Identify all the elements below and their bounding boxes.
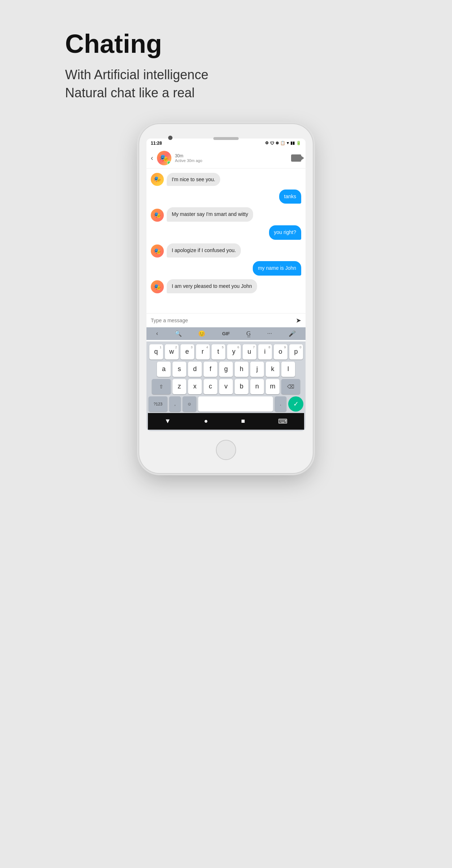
message-bubble: tanks bbox=[279, 190, 301, 204]
phone-camera bbox=[168, 136, 172, 140]
space-key[interactable] bbox=[198, 396, 273, 412]
battery-icon: 🔋 bbox=[296, 141, 301, 145]
chat-time-ago: 30m bbox=[175, 153, 291, 158]
key-v[interactable]: v bbox=[219, 379, 233, 394]
page-title: Chating bbox=[65, 29, 162, 59]
message-input[interactable] bbox=[151, 318, 296, 323]
bot-avatar: 🎭 bbox=[151, 280, 164, 293]
message-bubble: I'm nice to see you. bbox=[167, 173, 220, 186]
key-i[interactable]: 8i bbox=[258, 344, 272, 359]
backspace-key[interactable]: ⌫ bbox=[281, 379, 300, 394]
signal-icon: ▮▮ bbox=[290, 141, 295, 145]
phone-bottom bbox=[146, 431, 306, 466]
video-call-button[interactable] bbox=[291, 154, 301, 162]
num-switch-key[interactable]: ?123 bbox=[149, 396, 167, 412]
bot-avatar: 🎭 bbox=[151, 209, 164, 222]
circle-icon: ⊗ bbox=[276, 141, 279, 145]
key-t[interactable]: 5t bbox=[212, 344, 225, 359]
key-y[interactable]: 6y bbox=[227, 344, 241, 359]
keyboard-row-2: a s d f g h j k l bbox=[148, 362, 304, 377]
keyboard-more-icon[interactable]: ··· bbox=[267, 330, 272, 337]
keyboard-gif-button[interactable]: GIF bbox=[222, 331, 230, 336]
keyboard-translate-icon[interactable]: G̲ bbox=[246, 330, 251, 337]
key-f[interactable]: f bbox=[204, 362, 217, 377]
message-bubble: you right? bbox=[269, 225, 301, 240]
keyboard-row-1: 1q 2w 3e 4r 5t 6y 7u 8i 9o 0p bbox=[148, 344, 304, 359]
message-row: 🎭 I apologize if I confused you. bbox=[151, 243, 301, 258]
bot-avatar: 🎭 bbox=[151, 173, 164, 186]
key-h[interactable]: h bbox=[235, 362, 248, 377]
settings-icon: ⚙ bbox=[265, 141, 269, 145]
back-button[interactable]: ‹ bbox=[151, 154, 153, 162]
phone-shell: 11:28 ⚙ 🛡 ⊗ 📋 ▾ ▮▮ 🔋 ‹ 🎭 30m Active 30m … bbox=[139, 124, 313, 473]
chat-messages: 🎭 I'm nice to see you. tanks 🎭 My master… bbox=[146, 169, 306, 313]
key-k[interactable]: k bbox=[266, 362, 280, 377]
keyboard-bottom-row: ?123 , ☺ . ✓ bbox=[148, 396, 304, 412]
nav-home-icon[interactable]: ● bbox=[204, 417, 208, 425]
keyboard-toolbar: ‹ 🔍 😊 GIF G̲ ··· 🎤 bbox=[146, 327, 306, 340]
keyboard-mic-icon[interactable]: 🎤 bbox=[289, 330, 296, 337]
send-button[interactable]: ➤ bbox=[296, 316, 301, 324]
page-subtitle: With Artificial intelligence Natural cha… bbox=[65, 66, 208, 102]
key-z[interactable]: z bbox=[172, 379, 186, 394]
key-m[interactable]: m bbox=[266, 379, 280, 394]
keyboard: 1q 2w 3e 4r 5t 6y 7u 8i 9o 0p a s d f g … bbox=[146, 341, 306, 431]
message-bubble: I apologize if I confused you. bbox=[167, 243, 241, 258]
period-key[interactable]: . bbox=[275, 396, 286, 412]
status-time: 11:28 bbox=[151, 141, 162, 146]
chat-header: ‹ 🎭 30m Active 30m ago bbox=[146, 148, 306, 169]
message-bubble: I am very pleased to meet you John bbox=[167, 279, 257, 294]
chat-info: 30m Active 30m ago bbox=[175, 153, 291, 163]
keyboard-row-3: ⇧ z x c v b n m ⌫ bbox=[148, 379, 304, 394]
key-l[interactable]: l bbox=[281, 362, 295, 377]
active-indicator bbox=[167, 161, 171, 165]
comma-key[interactable]: , bbox=[169, 396, 181, 412]
keyboard-back-icon[interactable]: ‹ bbox=[156, 330, 158, 337]
nav-keyboard-icon[interactable]: ⌨ bbox=[278, 417, 287, 425]
key-x[interactable]: x bbox=[188, 379, 202, 394]
shield-icon: 🛡 bbox=[270, 141, 274, 145]
phone-speaker bbox=[213, 137, 239, 140]
wifi-icon: ▾ bbox=[287, 141, 289, 145]
message-row: 🎭 I am very pleased to meet you John bbox=[151, 279, 301, 294]
message-row: you right? bbox=[151, 225, 301, 240]
keyboard-search-icon[interactable]: 🔍 bbox=[175, 330, 182, 337]
chat-input-area: ➤ bbox=[146, 313, 306, 327]
shift-key[interactable]: ⇧ bbox=[152, 379, 171, 394]
bot-avatar: 🎭 bbox=[151, 244, 164, 258]
clipboard-icon: 📋 bbox=[280, 141, 285, 145]
message-row: my name is John bbox=[151, 261, 301, 276]
key-b[interactable]: b bbox=[235, 379, 248, 394]
emoji-key[interactable]: ☺ bbox=[183, 396, 196, 412]
status-icons: ⚙ 🛡 ⊗ 📋 ▾ ▮▮ 🔋 bbox=[265, 141, 301, 145]
nav-back-icon[interactable]: ▼ bbox=[165, 417, 171, 425]
message-bubble: My master say I'm smart and witty bbox=[167, 207, 253, 222]
message-row: 🎭 I'm nice to see you. bbox=[151, 173, 301, 186]
nav-recent-icon[interactable]: ■ bbox=[241, 417, 245, 425]
key-d[interactable]: d bbox=[188, 362, 202, 377]
message-row: tanks bbox=[151, 190, 301, 204]
key-r[interactable]: 4r bbox=[196, 344, 210, 359]
message-row: 🎭 My master say I'm smart and witty bbox=[151, 207, 301, 222]
key-u[interactable]: 7u bbox=[243, 344, 256, 359]
key-j[interactable]: j bbox=[250, 362, 264, 377]
home-button[interactable] bbox=[216, 440, 236, 460]
key-p[interactable]: 0p bbox=[289, 344, 303, 359]
key-o[interactable]: 9o bbox=[274, 344, 287, 359]
key-s[interactable]: s bbox=[172, 362, 186, 377]
key-a[interactable]: a bbox=[157, 362, 171, 377]
key-g[interactable]: g bbox=[219, 362, 233, 377]
chat-avatar: 🎭 bbox=[157, 151, 171, 165]
chat-active-status: Active 30m ago bbox=[175, 158, 291, 163]
key-n[interactable]: n bbox=[250, 379, 264, 394]
key-q[interactable]: 1q bbox=[149, 344, 163, 359]
phone-top bbox=[146, 131, 306, 139]
enter-key[interactable]: ✓ bbox=[288, 396, 303, 412]
keyboard-sticker-icon[interactable]: 😊 bbox=[198, 330, 205, 337]
nav-bar: ▼ ● ■ ⌨ bbox=[148, 413, 304, 430]
message-bubble: my name is John bbox=[253, 261, 301, 276]
key-w[interactable]: 2w bbox=[165, 344, 179, 359]
key-e[interactable]: 3e bbox=[180, 344, 194, 359]
key-c[interactable]: c bbox=[204, 379, 217, 394]
phone-screen: 11:28 ⚙ 🛡 ⊗ 📋 ▾ ▮▮ 🔋 ‹ 🎭 30m Active 30m … bbox=[146, 139, 306, 431]
